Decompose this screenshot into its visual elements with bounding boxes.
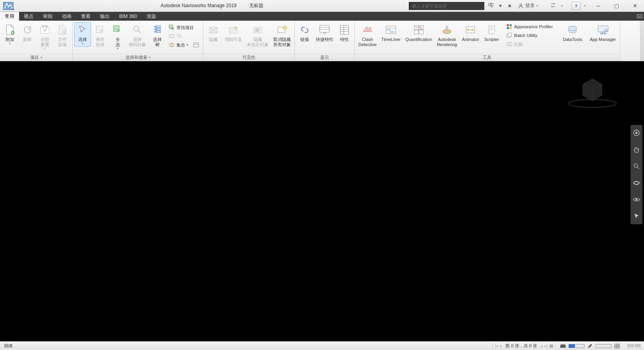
attach-button[interactable]: 附加▾ [2, 22, 18, 47]
zoom-icon[interactable] [632, 162, 640, 170]
batch-utility-button[interactable]: Batch Utility [504, 31, 555, 39]
chevron-down-icon[interactable]: ▾ [560, 4, 564, 8]
maximize-button[interactable]: ▢ [607, 0, 626, 12]
ribbon-scroll[interactable] [640, 21, 644, 61]
search-icon[interactable] [487, 2, 495, 9]
app-manager-icon [597, 23, 609, 36]
properties-button[interactable]: 特性 [336, 22, 353, 43]
panel-title-tools: 工具 [355, 54, 620, 61]
file-options-button[interactable]: 文件 选项 [54, 22, 71, 48]
panel-title-select[interactable]: 选择和搜索▾ [73, 54, 203, 61]
svg-rect-35 [414, 30, 418, 34]
unhide-all-button[interactable]: 取消隐藏 所有对象 [271, 22, 293, 48]
require-button[interactable]: 强制可见 [222, 22, 244, 43]
tab-review[interactable]: 审阅 [38, 12, 57, 21]
select-all-button[interactable]: 全 选▾ [109, 22, 126, 51]
hide-button[interactable]: 隐藏 [205, 22, 222, 43]
tab-render[interactable]: 渲染 [142, 12, 161, 21]
svg-rect-63 [615, 344, 619, 348]
svg-rect-42 [510, 24, 512, 26]
hide-unselected-button[interactable]: 隐藏 未选定对象 [245, 22, 271, 48]
svg-rect-43 [507, 27, 509, 29]
quantification-button[interactable]: Quantification [403, 22, 434, 43]
app-menu-button[interactable] [0, 0, 17, 12]
reset-all-button[interactable]: 全部 重置▾ [37, 22, 53, 51]
pan-icon[interactable] [632, 146, 640, 154]
svg-point-59 [633, 181, 640, 184]
refresh-button[interactable]: 刷新 [19, 22, 36, 43]
steering-wheel-icon[interactable] [632, 129, 640, 137]
star-icon[interactable]: ★ [506, 3, 513, 9]
help-chevron-icon[interactable]: ▾ [583, 4, 587, 8]
clash-icon [361, 23, 374, 36]
select-tool-icon[interactable] [632, 212, 640, 220]
tab-bim360[interactable]: BIM 360 [114, 12, 142, 21]
quick-find-button[interactable] [166, 32, 201, 40]
svg-rect-52 [600, 33, 606, 34]
select-same-button[interactable]: 选择 相同对象 [127, 22, 148, 48]
app-manager-button[interactable]: App Manager [588, 22, 618, 43]
tab-output[interactable]: 输出 [95, 12, 114, 21]
svg-point-40 [472, 29, 474, 31]
autodesk-rendering-button[interactable]: Autodesk Rendering [435, 22, 459, 48]
pager-prev-icon[interactable]: ◂ [499, 344, 501, 348]
sets-manage-icon[interactable] [193, 42, 199, 48]
svg-point-60 [636, 199, 638, 201]
progress-meter-2 [596, 344, 611, 348]
panel-title-project[interactable]: 项目▾ [0, 54, 72, 61]
scripter-button[interactable]: Scripter [482, 22, 501, 43]
links-button[interactable]: 链接 [296, 22, 313, 43]
tab-home[interactable]: 常用 [0, 12, 19, 21]
svg-rect-6 [41, 27, 49, 33]
appearance-profiler-button[interactable]: Appearance Profiler [504, 23, 555, 31]
panel-project: 附加▾ 刷新 全部 重置▾ 文件 选项 项目▾ [0, 21, 73, 61]
login-button[interactable]: 登录 ▾ [516, 2, 540, 9]
save-selection-button[interactable]: 保存 选择 [92, 22, 108, 48]
viewport-3d[interactable] [0, 61, 644, 341]
svg-rect-11 [156, 25, 161, 27]
grid-icon[interactable] [613, 343, 621, 349]
pager-next-icon[interactable]: ▸ [541, 344, 543, 348]
clash-detective-button[interactable]: Clash Detective [356, 22, 379, 48]
ribbon-minimize-button[interactable] [635, 12, 644, 21]
close-button[interactable]: ✕ [626, 0, 644, 12]
svg-rect-12 [156, 28, 161, 30]
svg-rect-20 [194, 43, 199, 47]
sets-icon [168, 42, 175, 48]
pencil-icon[interactable] [586, 343, 594, 349]
find-icon [168, 24, 175, 31]
timeliner-button[interactable]: TimeLiner [379, 22, 403, 43]
key-icon[interactable]: ✦ [497, 3, 504, 9]
pager-first-icon[interactable]: |◂ [495, 344, 498, 348]
sets-button[interactable]: 集合▾ [166, 41, 201, 49]
svg-rect-28 [320, 25, 329, 32]
selection-tree-button[interactable]: 选择 树 [149, 22, 166, 48]
svg-rect-44 [510, 27, 512, 29]
datatools-button[interactable]: DataTools [561, 22, 584, 43]
quick-properties-button[interactable]: 快捷特性 [314, 22, 335, 43]
select-button[interactable]: 选择▾ [74, 22, 91, 47]
tab-viewpoint[interactable]: 视点 [19, 12, 38, 21]
disk-icon[interactable] [559, 343, 567, 349]
infocenter: ✦ ★ 登录 ▾ ▾ ? ▾ [406, 2, 589, 10]
animator-button[interactable]: Animator [460, 22, 481, 43]
help-button[interactable]: ? [572, 2, 580, 10]
look-icon[interactable] [632, 196, 640, 204]
minimize-button[interactable]: ─ [589, 0, 607, 12]
panel-display: 链接 快捷特性 特性 显示 [295, 21, 355, 61]
search-input[interactable] [409, 2, 484, 10]
compare-button[interactable]: 比较 [504, 40, 555, 48]
find-items-button[interactable]: 查找项目 [166, 23, 201, 31]
view-cube[interactable] [565, 77, 620, 109]
exchange-icon[interactable] [543, 2, 557, 9]
tab-view[interactable]: 查看 [76, 12, 95, 21]
svg-rect-51 [601, 32, 605, 33]
doc-title: 无标题 [244, 3, 269, 8]
pager-browser-icon[interactable]: ▤ [549, 344, 553, 348]
orbit-icon[interactable] [632, 179, 640, 187]
search-small-icon [176, 33, 183, 39]
panel-visibility: 隐藏 强制可见 隐藏 未选定对象 取消隐藏 所有对象 可见性 [203, 21, 295, 61]
svg-point-27 [283, 26, 287, 29]
pager-last-icon[interactable]: ▸| [545, 344, 548, 348]
tab-animation[interactable]: 动画 [57, 12, 76, 21]
